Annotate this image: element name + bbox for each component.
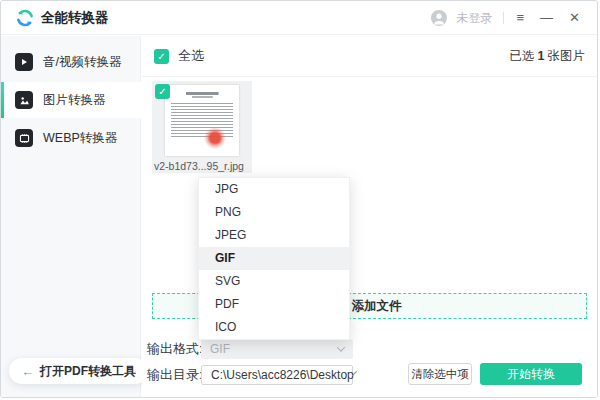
dropdown-option-jpeg[interactable]: JPEG: [199, 224, 349, 247]
sidebar-item-audio-video-converter[interactable]: 音/视频转换器: [1, 44, 141, 80]
selected-count-number: 1: [538, 49, 545, 63]
document-preview: [165, 85, 239, 156]
output-directory-select[interactable]: C:\Users\acc8226\Desktop: [201, 365, 353, 385]
file-name: v2-b1d73...95_r.jpg: [154, 160, 252, 172]
output-format-label: 输出格式:: [147, 339, 203, 359]
sidebar-item-webp-converter[interactable]: WEBP转换器: [1, 120, 141, 156]
selected-count-text: 已选1张图片: [510, 48, 585, 65]
titlebar-controls: 未登录 ≡ — ✕: [431, 1, 584, 35]
titlebar: 全能转换器 未登录 ≡ — ✕: [1, 1, 597, 35]
output-format-select[interactable]: GIF: [201, 339, 353, 359]
open-pdf-tool-button[interactable]: ← 打开PDF转换工具: [9, 358, 148, 384]
file-thumbnail-card[interactable]: ✓ v2-b1d73...95_r.jpg: [152, 81, 252, 173]
sidebar-item-label: 音/视频转换器: [43, 54, 121, 71]
sidebar-item-label: WEBP转换器: [43, 130, 117, 147]
dropdown-option-ico[interactable]: ICO: [199, 316, 349, 339]
user-avatar-icon[interactable]: [431, 10, 447, 26]
dropdown-option-pdf[interactable]: PDF: [199, 293, 349, 316]
output-format-value: GIF: [210, 342, 230, 356]
selection-toolbar: ✓ 全选 已选1张图片: [142, 36, 597, 77]
image-icon: [15, 91, 33, 109]
sidebar-item-image-converter[interactable]: 图片转换器: [1, 82, 141, 118]
dropdown-option-svg[interactable]: SVG: [199, 270, 349, 293]
dropdown-option-gif[interactable]: GIF: [199, 247, 349, 270]
output-directory-label: 输出目录:: [147, 365, 203, 385]
app-title: 全能转换器: [41, 1, 109, 35]
output-directory-value: C:\Users\acc8226\Desktop: [211, 368, 354, 382]
video-icon: [15, 53, 33, 71]
file-checkbox[interactable]: ✓: [155, 84, 170, 99]
sidebar: 音/视频转换器 图片转换器 WEBP转换器 ← 打开PDF转换工具: [1, 36, 141, 397]
app-window: 全能转换器 未登录 ≡ — ✕ 音/视频转换器 图片转换器: [0, 0, 598, 398]
dropdown-option-png[interactable]: PNG: [199, 201, 349, 224]
back-arrow-icon: ←: [21, 364, 34, 379]
webp-film-icon: [15, 129, 33, 147]
open-pdf-tool-label: 打开PDF转换工具: [40, 363, 136, 380]
chevron-down-icon: [337, 343, 345, 351]
titlebar-divider: [503, 12, 504, 24]
add-files-label: 添加文件: [352, 298, 402, 315]
sidebar-item-label: 图片转换器: [43, 92, 106, 109]
login-status-label[interactable]: 未登录: [457, 10, 493, 27]
dropdown-option-jpg[interactable]: JPG: [199, 178, 349, 201]
select-all-label: 全选: [178, 47, 204, 65]
format-dropdown-menu: JPG PNG JPEG GIF SVG PDF ICO: [198, 177, 350, 340]
start-convert-button[interactable]: 开始转换: [480, 363, 582, 385]
app-logo-icon: [15, 8, 35, 28]
select-all-checkbox[interactable]: ✓: [154, 49, 169, 64]
minimize-icon[interactable]: —: [537, 1, 556, 35]
clear-selected-button[interactable]: 清除选中项: [408, 363, 472, 385]
close-icon[interactable]: ✕: [566, 1, 583, 35]
menu-icon[interactable]: ≡: [514, 1, 528, 35]
